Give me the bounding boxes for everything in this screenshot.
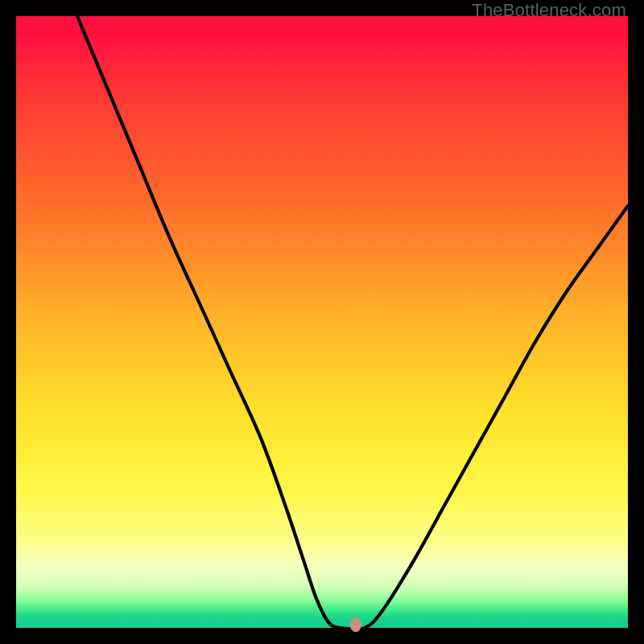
chart-frame: TheBottleneck.com [0, 0, 644, 644]
chart-overlay [16, 16, 628, 628]
optimum-marker [350, 617, 361, 632]
watermark-text: TheBottleneck.com [472, 0, 626, 21]
bottleneck-curve [77, 16, 628, 630]
